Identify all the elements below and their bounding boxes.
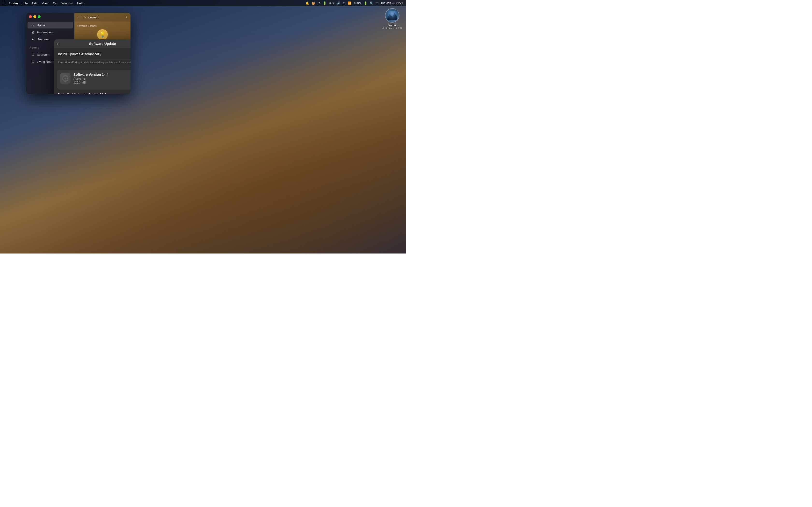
version-size: 126.3 MB — [73, 81, 108, 84]
version-card-header: Software Version 14.4 Apple Inc. 126.3 M… — [60, 73, 131, 84]
menu-go[interactable]: Go — [53, 1, 57, 5]
toggle-row: Install Updates Automatically — [54, 48, 131, 59]
menubar:  Finder File Edit View Go Window Help 🔔… — [0, 0, 406, 6]
software-update-dialog: ‹ Software Update Install Updates Automa… — [54, 39, 131, 94]
app-name-finder[interactable]: Finder — [9, 1, 18, 5]
user-avatar[interactable] — [385, 8, 400, 23]
menu-help[interactable]: Help — [77, 1, 83, 5]
datetime-display[interactable]: Tue Jan 26 19:21 — [380, 1, 403, 5]
automation-icon: ◎ — [31, 30, 35, 34]
timer-icon[interactable]: ⏱ — [317, 1, 320, 5]
sidebar-item-home-label: Home — [37, 23, 45, 27]
menu-file[interactable]: File — [23, 1, 28, 5]
discover-icon: ★ — [31, 37, 35, 41]
basket-icon[interactable]: 🧺 — [311, 1, 315, 5]
bluetooth-icon[interactable]: ⬡ — [343, 1, 345, 5]
version-icon — [60, 73, 70, 84]
version-card: Software Version 14.4 Apple Inc. 126.3 M… — [57, 70, 131, 90]
sidebar-item-bedroom-label: Bedroom — [37, 53, 50, 56]
svg-point-3 — [64, 77, 66, 79]
minimize-button[interactable] — [33, 15, 36, 18]
desktop:  Finder File Edit View Go Window Help 🔔… — [0, 0, 406, 253]
maximize-button[interactable] — [38, 15, 41, 18]
dialog-title: Software Update — [57, 42, 131, 46]
dialog-back-button[interactable]: ‹ — [57, 41, 58, 46]
home-icon: ⌂ — [31, 23, 35, 27]
control-center-icon[interactable]: ⊞ — [376, 1, 378, 5]
user-avatar-panel: Big Sur 2 TB, 1.07 TB free — [383, 8, 402, 29]
menu-edit[interactable]: Edit — [32, 1, 38, 5]
battery-icon: 🔋 — [364, 1, 367, 5]
version-company: Apple Inc. — [73, 77, 108, 80]
main-content: ⟵ ⌂ Zagreb + Favorite Scenes 💡 LightOn — [74, 13, 131, 94]
toggle-label: Install Updates Automatically — [58, 52, 101, 56]
notes-header: HomePod Software Version 14.4 — [58, 93, 131, 94]
volume-icon[interactable]: 🔊 — [337, 1, 341, 5]
dialog-body: Install Updates Automatically Keep HomeP… — [54, 48, 131, 94]
wifi-icon[interactable]: 📶 — [348, 1, 351, 5]
toggle-description: Keep HomePod up to date by installing th… — [54, 59, 131, 67]
search-icon[interactable]: 🔍 — [370, 1, 373, 5]
sidebar-item-discover-label: Discover — [37, 38, 49, 41]
user-storage: 2 TB, 1.07 TB free — [383, 26, 402, 29]
battery-percent: 100% — [354, 1, 361, 5]
notification-icon[interactable]: 🔔 — [305, 1, 309, 5]
sidebar-item-home[interactable]: ⌂ Home — [28, 22, 73, 29]
menubar-right: 🔔 🧺 ⏱ 🔋 U.S. 🔊 ⬡ 📶 100% 🔋 🔍 ⊞ Tue Jan 26… — [305, 1, 403, 5]
app-window: ⌂ Home ◎ Automation ★ Discover Rooms ⊡ B… — [26, 13, 131, 94]
language-indicator[interactable]: U.S. — [329, 1, 335, 5]
version-name: Software Version 14.4 — [73, 73, 108, 76]
version-info: Software Version 14.4 Apple Inc. 126.3 M… — [73, 73, 108, 84]
close-button[interactable] — [29, 15, 32, 18]
sidebar-item-living-room-label: Living Room — [37, 60, 54, 63]
window-controls — [26, 13, 74, 20]
battery-widget[interactable]: 🔋 — [323, 1, 326, 5]
menu-window[interactable]: Window — [61, 1, 72, 5]
user-name: Big Sur — [388, 24, 397, 26]
apple-menu[interactable]:  — [3, 1, 4, 5]
living-room-icon: ⊡ — [31, 60, 35, 63]
dialog-titlebar: ‹ Software Update — [54, 39, 131, 48]
sidebar-item-automation[interactable]: ◎ Automation — [28, 29, 73, 36]
menubar-left:  Finder File Edit View Go Window Help — [3, 1, 83, 5]
version-notes: HomePod Software Version 14.4 Software v… — [54, 93, 131, 94]
bedroom-icon: ⊡ — [31, 53, 35, 56]
sidebar-item-automation-label: Automation — [37, 31, 53, 34]
dialog-overlay: ‹ Software Update Install Updates Automa… — [74, 13, 131, 94]
menu-view[interactable]: View — [42, 1, 49, 5]
